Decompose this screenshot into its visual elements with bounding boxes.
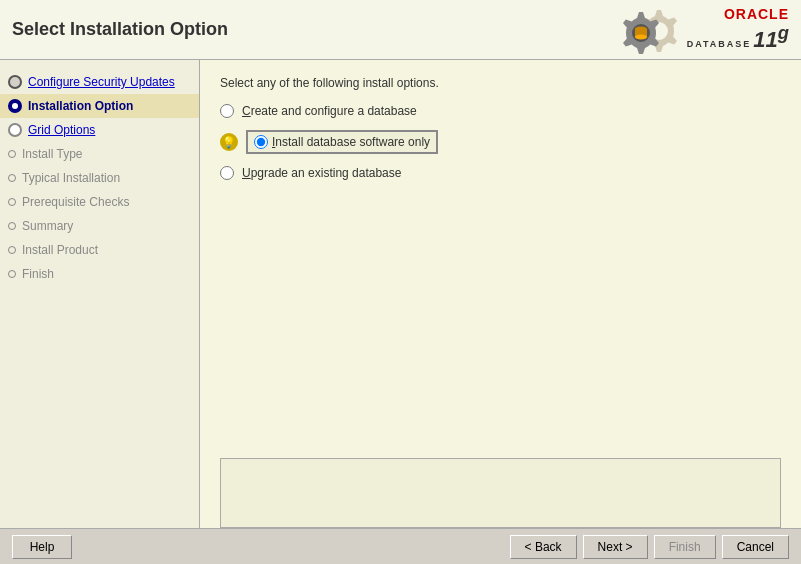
sidebar-item-prerequisite-checks: Prerequisite Checks: [0, 190, 199, 214]
step-indicator-grid-options: [8, 123, 22, 137]
next-button[interactable]: Next >: [583, 535, 648, 559]
option-row-install-software: 💡 Install database software only: [220, 130, 781, 154]
main-area: Configure Security Updates Installation …: [0, 60, 801, 528]
header: Select Installation Option: [0, 0, 801, 60]
gear-icon: [619, 2, 679, 57]
options-area: Create and configure a database 💡 Instal…: [220, 104, 781, 180]
sidebar-label-install-product: Install Product: [22, 243, 98, 257]
content-description: Select any of the following install opti…: [220, 76, 781, 90]
oracle-version-super: g: [778, 22, 789, 43]
oracle-version: 11g: [753, 22, 789, 53]
sidebar-item-configure-security-updates[interactable]: Configure Security Updates: [0, 70, 199, 94]
sidebar-label-installation-option: Installation Option: [28, 99, 133, 113]
page-title: Select Installation Option: [12, 19, 228, 40]
radio-upgrade-existing[interactable]: [220, 166, 234, 180]
help-button[interactable]: Help: [12, 535, 72, 559]
sidebar-item-grid-options[interactable]: Grid Options: [0, 118, 199, 142]
oracle-logo: ORACLE: [724, 6, 789, 22]
footer-left: Help: [12, 535, 72, 559]
cancel-button[interactable]: Cancel: [722, 535, 789, 559]
footer: Help < Back Next > Finish Cancel: [0, 528, 801, 564]
sidebar-item-install-product: Install Product: [0, 238, 199, 262]
option-label-install-software-only[interactable]: Install database software only: [272, 135, 430, 149]
sidebar-label-grid-options: Grid Options: [28, 123, 95, 137]
sidebar-item-installation-option[interactable]: Installation Option: [0, 94, 199, 118]
step-indicator-typical-installation: [8, 174, 16, 182]
hint-icon: 💡: [220, 133, 238, 151]
oracle-db-label: DATABASE: [687, 39, 752, 49]
sidebar: Configure Security Updates Installation …: [0, 60, 200, 528]
step-indicator-install-type: [8, 150, 16, 158]
option-row-upgrade-existing: Upgrade an existing database: [220, 166, 781, 180]
option-label-upgrade-existing[interactable]: Upgrade an existing database: [242, 166, 401, 180]
sidebar-label-finish: Finish: [22, 267, 54, 281]
sidebar-item-finish: Finish: [0, 262, 199, 286]
sidebar-item-summary: Summary: [0, 214, 199, 238]
option-row-create-configure: Create and configure a database: [220, 104, 781, 118]
oracle-brand-text: ORACLE: [724, 6, 789, 22]
sidebar-label-install-type: Install Type: [22, 147, 82, 161]
back-button[interactable]: < Back: [510, 535, 577, 559]
sidebar-label-prerequisite-checks: Prerequisite Checks: [22, 195, 129, 209]
step-indicator-installation-option: [8, 99, 22, 113]
sidebar-label-summary: Summary: [22, 219, 73, 233]
svg-point-4: [635, 35, 647, 40]
finish-button[interactable]: Finish: [654, 535, 716, 559]
selected-option-box: Install database software only: [246, 130, 438, 154]
option-label-create-configure[interactable]: Create and configure a database: [242, 104, 417, 118]
content-area: Select any of the following install opti…: [200, 60, 801, 528]
header-logo: ORACLE DATABASE 11g: [619, 2, 789, 57]
step-indicator-prerequisite-checks: [8, 198, 16, 206]
sidebar-label-configure-security-updates: Configure Security Updates: [28, 75, 175, 89]
step-indicator-summary: [8, 222, 16, 230]
footer-right: < Back Next > Finish Cancel: [510, 535, 789, 559]
radio-create-configure[interactable]: [220, 104, 234, 118]
sidebar-label-typical-installation: Typical Installation: [22, 171, 120, 185]
sidebar-item-typical-installation: Typical Installation: [0, 166, 199, 190]
info-box: [220, 458, 781, 528]
step-indicator-finish: [8, 270, 16, 278]
step-indicator-install-product: [8, 246, 16, 254]
radio-install-software-only[interactable]: [254, 135, 268, 149]
step-indicator-configure: [8, 75, 22, 89]
sidebar-item-install-type: Install Type: [0, 142, 199, 166]
